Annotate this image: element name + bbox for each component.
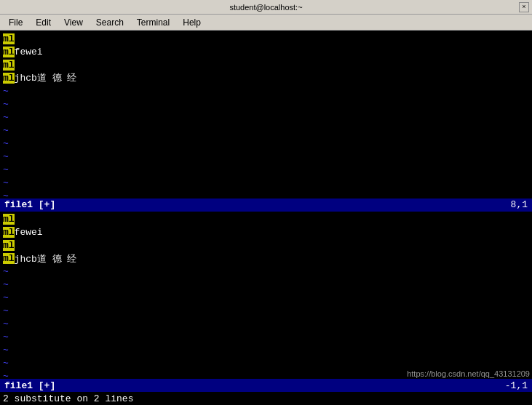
upper-status-position: 8,1 bbox=[511, 199, 528, 210]
vim-line-prefix: ml bbox=[3, 214, 15, 225]
menu-file[interactable]: File bbox=[3, 16, 28, 29]
vim-line-prefix: ml bbox=[3, 73, 15, 84]
vim-line: ~ bbox=[3, 278, 529, 292]
vim-line: ~ bbox=[3, 331, 529, 344]
title-bar: student@localhost:~ × bbox=[0, 0, 532, 15]
upper-status-bar: file1 [+] 8,1 bbox=[0, 199, 532, 212]
vim-line: ml bbox=[3, 213, 529, 226]
vim-line: ~ bbox=[3, 370, 529, 380]
menu-help[interactable]: Help bbox=[177, 16, 207, 29]
vim-line: ~ bbox=[3, 305, 529, 318]
vim-line: ml bbox=[3, 239, 529, 252]
lower-status-bar: file1 [+] -1,1 bbox=[0, 379, 532, 392]
upper-status-filename: file1 [+] bbox=[4, 199, 55, 210]
vim-line-prefix: ml bbox=[3, 227, 15, 238]
vim-line: ~ bbox=[3, 84, 529, 97]
vim-line: ~ bbox=[3, 150, 529, 163]
vim-line: ~ bbox=[3, 318, 529, 331]
vim-line: ~ bbox=[3, 189, 529, 199]
vim-line: ml bbox=[3, 58, 529, 71]
lower-status-position: -1,1 bbox=[505, 380, 528, 391]
vim-line: mlfewei bbox=[3, 226, 529, 239]
vim-line: ~ bbox=[3, 344, 529, 357]
upper-vim-pane[interactable]: mlmlfeweimlmljhcb道 德 经~~~~~~~~~~~ bbox=[0, 31, 532, 199]
vim-line: ~ bbox=[3, 357, 529, 370]
cmd-line-text: 2 substitute on 2 lines bbox=[3, 393, 133, 404]
vim-line-content: jhcb道 德 经 bbox=[15, 71, 77, 84]
vim-line: ~ bbox=[3, 124, 529, 137]
menu-edit[interactable]: Edit bbox=[30, 16, 57, 29]
vim-line: mljhcb道 德 经 bbox=[3, 71, 529, 84]
terminal-wrapper: mlmlfeweimlmljhcb道 德 经~~~~~~~~~~~ file1 … bbox=[0, 31, 532, 405]
vim-line: ~ bbox=[3, 163, 529, 176]
lower-vim-pane[interactable]: https://blog.csdn.net/qq_43131209 mlmlfe… bbox=[0, 212, 532, 380]
menu-terminal[interactable]: Terminal bbox=[131, 16, 175, 29]
vim-line: ~ bbox=[3, 111, 529, 124]
menu-view[interactable]: View bbox=[58, 16, 89, 29]
vim-line: mljhcb道 德 经 bbox=[3, 252, 529, 265]
vim-line: ~ bbox=[3, 137, 529, 150]
vim-line-prefix: ml bbox=[3, 60, 15, 71]
vim-line-content: fewei bbox=[15, 47, 43, 57]
vim-line-prefix: ml bbox=[3, 47, 15, 57]
vim-line: ~ bbox=[3, 176, 529, 189]
menu-bar: File Edit View Search Terminal Help bbox=[0, 15, 532, 31]
title-bar-title: student@localhost:~ bbox=[13, 3, 519, 12]
vim-line: ml bbox=[3, 32, 529, 45]
close-button[interactable]: × bbox=[519, 2, 529, 12]
vim-line-prefix: ml bbox=[3, 253, 15, 264]
menu-search[interactable]: Search bbox=[90, 16, 130, 29]
vim-line-prefix: ml bbox=[3, 240, 15, 251]
lower-status-filename: file1 [+] bbox=[4, 380, 55, 391]
vim-line-content: jhcb道 德 经 bbox=[15, 252, 77, 265]
vim-line: ~ bbox=[3, 292, 529, 305]
vim-line: ~ bbox=[3, 265, 529, 278]
command-line: 2 substitute on 2 lines bbox=[0, 392, 532, 405]
vim-line: mlfewei bbox=[3, 45, 529, 58]
vim-line: ~ bbox=[3, 97, 529, 111]
vim-line-prefix: ml bbox=[3, 33, 15, 44]
vim-line-content: fewei bbox=[15, 227, 43, 238]
